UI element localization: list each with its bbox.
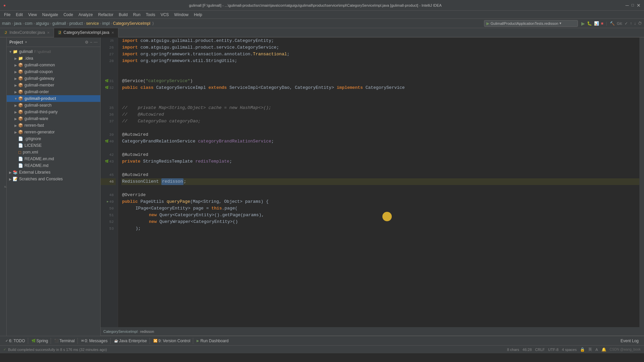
nav-item-atguigu[interactable]: atguigu — [36, 21, 49, 26]
nav-item-gulimall[interactable]: gulimall — [52, 21, 66, 26]
build-button[interactable]: 🔨 — [610, 21, 615, 26]
run-button[interactable]: ▶ — [581, 21, 585, 26]
spring-tab[interactable]: 🌿 Spring — [29, 338, 51, 344]
nav-sep-8: › — [111, 21, 112, 26]
nav-item-main[interactable]: main — [2, 21, 11, 26]
tree-item-readme-en[interactable]: 📄 README.en.md — [7, 156, 100, 162]
tree-label: gulimall-common — [24, 63, 55, 67]
git-pull-button[interactable]: ↓ — [634, 21, 636, 26]
run-with-coverage-button[interactable]: 📊 — [594, 21, 599, 26]
tab-category-service-impl[interactable]: J CategoryServiceImpl.java ✕ — [54, 28, 118, 38]
tree-item-external-libs[interactable]: ▶ 📚 External Libraries — [7, 169, 100, 176]
terminal-tab[interactable]: ⬛ Terminal — [52, 338, 77, 344]
editor-area: 25 26 27 28 🌿 31 🌿 3 — [101, 38, 644, 336]
gutter-40: 40 — [109, 138, 114, 145]
tree-arrow-icon: ▼ — [13, 97, 18, 101]
sidebar-gear-icon[interactable]: ⋯ — [94, 40, 98, 45]
version-control-tab[interactable]: 🔀 9: Version Control — [151, 338, 193, 344]
menu-refactor[interactable]: Refactor — [96, 12, 116, 18]
tree-label: pom.xml — [23, 150, 38, 155]
sidebar-settings-icon[interactable]: ⚙ — [85, 40, 89, 45]
tree-item-gateway[interactable]: ▶ 📦 gulimall-gateway — [7, 75, 100, 82]
menu-build[interactable]: Build — [116, 12, 130, 18]
toolbar-actions: ▶ 🐛 📊 ■ | 🔨 Git: ✓ ↑ ↓ ⏱ — [581, 21, 642, 26]
breadcrumb-class[interactable]: CategoryServiceImpl — [103, 329, 138, 334]
window-controls: ─ □ ✕ — [626, 3, 641, 8]
nav-item-impl[interactable]: impl — [102, 21, 110, 26]
indent-size[interactable]: 4 spaces — [562, 348, 577, 352]
nav-item-service[interactable]: service — [86, 21, 99, 26]
tree-arrow-icon: ▶ — [13, 83, 18, 87]
tree-item-member[interactable]: ▶ 📦 gulimall-member — [7, 82, 100, 88]
spring-icon-43: 🌿 — [105, 158, 109, 165]
tree-item-common[interactable]: ▶ 📦 gulimall-common — [7, 62, 100, 68]
menu-tools[interactable]: Tools — [143, 12, 158, 18]
gutter-46: 46 — [109, 178, 114, 185]
tree-item-order[interactable]: ▶ 📦 gulimall-order — [7, 88, 100, 95]
tree-label: gulimall-coupon — [24, 69, 53, 74]
tree-item-third-party[interactable]: ▶ 📦 gulimall-third-party — [7, 109, 100, 115]
menu-help[interactable]: Help — [191, 12, 205, 18]
tree-item-product[interactable]: ▼ 📦 gulimall-product — [7, 95, 100, 102]
encoding[interactable]: UTF-8 — [548, 348, 558, 352]
sidebar-collapse-icon[interactable]: − — [90, 40, 92, 45]
tree-item-license[interactable]: 📄 LICENSE — [7, 142, 100, 149]
menu-edit[interactable]: Edit — [13, 12, 25, 18]
maximize-button[interactable]: □ — [632, 3, 634, 8]
menu-window[interactable]: Window — [171, 12, 191, 18]
menu-run[interactable]: Run — [130, 12, 143, 18]
run-config-area[interactable]: ▶ GulimallProductApplicationTests.rediss… — [484, 20, 578, 27]
menu-analyze[interactable]: Analyze — [76, 12, 96, 18]
git-commit-button[interactable]: ✓ — [625, 21, 628, 26]
lang-switch-icon[interactable]: A — [595, 348, 598, 352]
todo-tab[interactable]: ✓ 6: TODO — [3, 338, 28, 344]
event-log-tab[interactable]: Event Log — [618, 338, 641, 344]
nav-item-product[interactable]: product — [69, 21, 83, 26]
menu-vcs[interactable]: VCS — [158, 12, 172, 18]
git-push-button[interactable]: ↑ — [630, 21, 632, 26]
messages-tab[interactable]: ✉ 0: Messages — [78, 338, 111, 344]
nav-sep-3: › — [34, 21, 35, 26]
notification-icon[interactable]: 🔔 — [601, 347, 606, 352]
editor-breadcrumb: CategoryServiceImpl › redisson — [101, 327, 644, 336]
tree-item-scratches[interactable]: ▶ 📝 Scratches and Consoles — [7, 176, 100, 182]
line-endings[interactable]: CRLF — [535, 348, 545, 352]
menu-navigate[interactable]: Navigate — [40, 12, 61, 18]
tree-item-search[interactable]: ▶ 📦 gulimall-search — [7, 102, 100, 109]
tree-item-pom[interactable]: ◻ pom.xml — [7, 149, 100, 156]
tree-item-gulimall[interactable]: ▼ 📁 gulimall F:\gulimall — [7, 48, 100, 55]
menu-file[interactable]: File — [1, 12, 13, 18]
code-editor[interactable]: import com.atguigu.gulimall.product.enti… — [118, 38, 639, 327]
nav-item-class[interactable]: CategoryServiceImpl — [113, 21, 150, 26]
sidebar-scope-dropdown[interactable]: ▾ — [25, 40, 27, 44]
stop-button[interactable]: ■ — [601, 21, 603, 26]
tree-item-readme[interactable]: 📄 README.md — [7, 162, 100, 169]
tree-item-idea[interactable]: ▶ 📁 .idea — [7, 55, 100, 62]
tree-item-ware[interactable]: ▶ 📦 gulimall-ware — [7, 115, 100, 122]
minimize-button[interactable]: ─ — [626, 3, 629, 8]
tab-index-controller[interactable]: J IndexController.java ✕ — [0, 28, 54, 37]
project-icon[interactable]: P — [4, 186, 7, 187]
nav-item-com[interactable]: com — [25, 21, 33, 26]
java-enterprise-tab[interactable]: ☕ Java Enterprise — [111, 338, 150, 344]
tree-item-gitignore[interactable]: 📄 .gitignore — [7, 135, 100, 142]
tree-item-renren-fast[interactable]: ▶ 📦 renren-fast — [7, 122, 100, 129]
libs-icon: 📚 — [13, 170, 18, 175]
git-history-button[interactable]: ⏱ — [638, 21, 642, 26]
lang-english[interactable]: 英 — [588, 347, 592, 352]
menu-view[interactable]: View — [25, 12, 40, 18]
menu-code[interactable]: Code — [61, 12, 76, 18]
code-line-34 — [121, 98, 639, 105]
module-icon: 📦 — [18, 83, 23, 87]
cursor-position[interactable]: 46:28 — [523, 348, 532, 352]
run-dashboard-tab[interactable]: ▶ Run Dashboard — [194, 338, 231, 344]
close-button[interactable]: ✕ — [637, 3, 641, 8]
debug-button[interactable]: 🐛 — [587, 21, 592, 26]
nav-item-java[interactable]: java — [14, 21, 21, 26]
gutter-37: 37 — [109, 118, 114, 125]
tab-close-1[interactable]: ✕ — [47, 31, 50, 35]
tab-close-2[interactable]: ✕ — [111, 31, 114, 35]
spring-label: Spring — [37, 339, 48, 343]
tree-item-renren-generator[interactable]: ▶ 📦 renren-generator — [7, 129, 100, 135]
tree-item-coupon[interactable]: ▶ 📦 gulimall-coupon — [7, 68, 100, 75]
